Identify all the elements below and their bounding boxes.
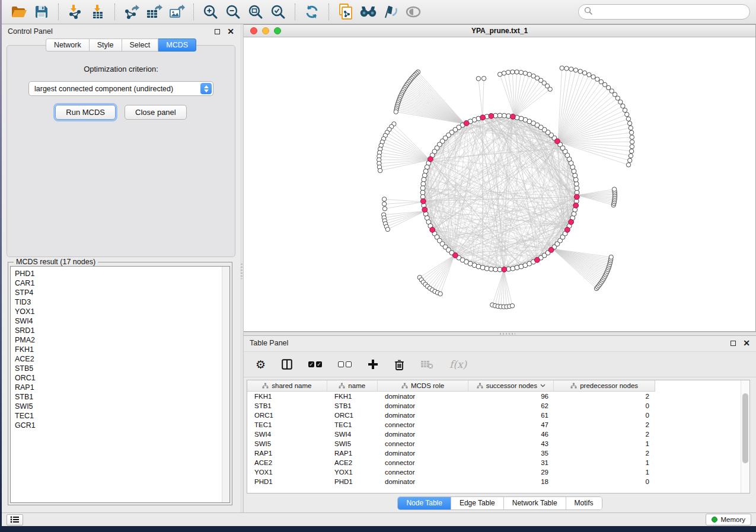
tab-motifs[interactable]: Motifs: [566, 497, 602, 509]
task-history-button[interactable]: [7, 514, 23, 525]
table-row[interactable]: STB1STB1dominator620: [247, 401, 749, 411]
mcds-result-item[interactable]: RAP1: [15, 383, 229, 392]
table-row[interactable]: SWI4SWI4dominator462: [247, 430, 749, 439]
import-network-icon[interactable]: [64, 2, 87, 21]
table-scrollbar-thumb[interactable]: [742, 393, 748, 463]
network-window-titlebar[interactable]: YPA_prune.txt_1: [244, 25, 755, 37]
mcds-result-item[interactable]: PHD1: [15, 269, 229, 278]
table-row[interactable]: SWI5SWI5connector431: [247, 439, 749, 448]
close-panel-icon[interactable]: ✕: [227, 28, 234, 34]
network-canvas[interactable]: [244, 37, 755, 331]
table-row[interactable]: RAP1RAP1dominator352: [247, 448, 749, 458]
function-builder-icon: f(x): [449, 358, 467, 370]
table-row[interactable]: ORC1ORC1dominator610: [247, 411, 749, 420]
tab-edge-table[interactable]: Edge Table: [451, 497, 504, 509]
table-cell: dominator: [378, 450, 469, 457]
table-cell: ORC1: [327, 412, 378, 419]
window-close-icon[interactable]: [250, 27, 257, 34]
zoom-in-icon[interactable]: [199, 2, 222, 21]
open-file-icon[interactable]: [8, 2, 30, 21]
toolbar-separator: [295, 4, 295, 20]
window-minimize-icon[interactable]: [262, 27, 269, 34]
import-table-icon[interactable]: [87, 2, 109, 21]
close-panel-button[interactable]: Close panel: [125, 105, 187, 120]
table-cell: 1: [554, 440, 655, 447]
mcds-result-item[interactable]: GCR1: [15, 421, 229, 430]
export-network-icon[interactable]: [120, 2, 143, 21]
tab-network-table[interactable]: Network Table: [504, 497, 566, 509]
hide-all-columns-icon[interactable]: [338, 361, 352, 367]
column-header-successor-nodes[interactable]: successor nodes: [468, 380, 554, 391]
refresh-layout-icon[interactable]: [301, 2, 323, 21]
show-all-columns-icon[interactable]: ✓✓: [308, 361, 322, 367]
network-search-box[interactable]: [578, 4, 750, 20]
table-row[interactable]: ACE2ACE2connector311: [247, 458, 749, 467]
mcds-result-item[interactable]: SWI5: [15, 402, 229, 411]
close-table-panel-icon[interactable]: ✕: [743, 340, 750, 346]
column-header-shared-name[interactable]: shared name: [247, 380, 327, 391]
table-row[interactable]: PHD1PHD1dominator180: [247, 477, 749, 486]
mcds-result-item[interactable]: STP4: [15, 288, 229, 297]
mcds-result-item[interactable]: TEC1: [15, 411, 229, 421]
search-input[interactable]: [596, 8, 744, 16]
table-cell: 2: [554, 393, 655, 400]
table-row[interactable]: FKH1FKH1dominator962: [247, 392, 749, 401]
tab-mcds[interactable]: MCDS: [158, 39, 196, 52]
zoom-fit-icon[interactable]: [244, 2, 267, 21]
mcds-result-item[interactable]: SWI4: [15, 316, 229, 326]
float-table-panel-icon[interactable]: [731, 341, 736, 346]
mcds-result-list[interactable]: PHD1CAR1STP4TID3YOX1SWI4SRD1PMA2FKH1ACE2…: [10, 266, 230, 503]
mcds-result-item[interactable]: TID3: [15, 297, 229, 307]
tab-select[interactable]: Select: [122, 39, 159, 52]
window-maximize-icon[interactable]: [274, 27, 281, 34]
column-header-predecessor-nodes[interactable]: predecessor nodes: [554, 380, 655, 391]
mcds-result-item[interactable]: PMA2: [15, 335, 229, 345]
find-icon[interactable]: [357, 2, 379, 21]
tab-node-table[interactable]: Node Table: [398, 497, 451, 509]
control-panel: Control Panel ✕ NetworkStyleSelectMCDS O…: [2, 24, 240, 512]
table-cell: 0: [554, 412, 655, 419]
zoom-out-icon[interactable]: [222, 2, 244, 21]
column-header-name[interactable]: name: [327, 380, 378, 391]
tab-style[interactable]: Style: [90, 39, 122, 52]
mcds-result-item[interactable]: STB5: [15, 364, 229, 373]
save-session-icon[interactable]: [30, 2, 53, 21]
mcds-list-scrollbar[interactable]: [222, 267, 229, 502]
tab-network[interactable]: Network: [46, 39, 90, 52]
add-column-icon[interactable]: [368, 359, 378, 370]
horizontal-splitter[interactable]: [244, 332, 756, 335]
mcds-result-item[interactable]: ORC1: [15, 373, 229, 383]
mcds-result-item[interactable]: CAR1: [15, 278, 229, 288]
memory-button[interactable]: Memory: [706, 514, 751, 525]
optimization-criterion-select[interactable]: largest connected component (undirected): [28, 81, 213, 96]
table-row[interactable]: TEC1TEC1connector472: [247, 420, 749, 430]
memory-label: Memory: [720, 516, 745, 523]
table-cell: FKH1: [247, 393, 327, 400]
table-cell: 61: [469, 412, 554, 419]
float-panel-icon[interactable]: [215, 29, 220, 34]
mcds-result-item[interactable]: YOX1: [15, 307, 229, 316]
clone-network-icon[interactable]: [334, 2, 357, 21]
split-panel-icon[interactable]: [282, 359, 292, 370]
table-settings-icon[interactable]: ⚙: [256, 359, 266, 370]
export-image-icon[interactable]: [165, 2, 188, 21]
export-table-icon[interactable]: [143, 2, 165, 21]
table-row[interactable]: YOX1YOX1connector291: [247, 467, 749, 477]
node-table: shared namenameMCDS rolesuccessor nodesp…: [247, 380, 750, 493]
table-cell: 0: [554, 478, 655, 485]
table-scrollbar[interactable]: [741, 380, 749, 493]
delete-column-icon[interactable]: [394, 359, 404, 370]
toggle-graphics-icon[interactable]: [379, 2, 402, 21]
toolbar-separator: [328, 4, 329, 20]
table-cell: connector: [378, 421, 469, 428]
column-header-MCDS-role[interactable]: MCDS role: [378, 380, 469, 391]
zoom-selected-icon[interactable]: [267, 2, 289, 21]
show-hide-icon[interactable]: [402, 2, 425, 21]
mcds-result-item[interactable]: ACE2: [15, 354, 229, 364]
mcds-result-item[interactable]: SRD1: [15, 326, 229, 335]
run-mcds-button[interactable]: Run MCDS: [55, 105, 116, 120]
table-cell: 1: [554, 469, 655, 476]
mcds-result-item[interactable]: STB1: [15, 392, 229, 402]
mcds-result-item[interactable]: FKH1: [15, 345, 229, 354]
table-cell: connector: [378, 459, 469, 466]
